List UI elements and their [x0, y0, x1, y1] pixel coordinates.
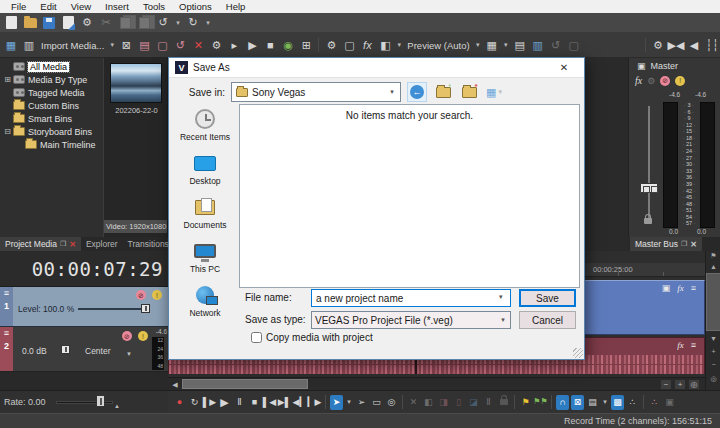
- import-media-button[interactable]: Import Media...: [39, 40, 106, 51]
- menu-options[interactable]: Options: [172, 1, 219, 12]
- zoom-out-time-button[interactable]: −: [660, 379, 672, 390]
- place-recent-items[interactable]: Recent Items: [173, 108, 237, 142]
- undo-button[interactable]: ↺: [155, 15, 171, 31]
- overlays-grid-icon[interactable]: ▦: [484, 37, 500, 53]
- level-slider-handle[interactable]: [141, 304, 150, 313]
- new-project-button[interactable]: [3, 15, 19, 31]
- menu-tools[interactable]: Tools: [136, 1, 172, 12]
- place-desktop[interactable]: Desktop: [173, 152, 237, 186]
- scroll-down-icon[interactable]: ▼: [706, 335, 720, 342]
- ignore-grouping-button[interactable]: ∴: [626, 395, 639, 410]
- no-media-icon[interactable]: ⊠: [118, 37, 134, 53]
- tree-item-all-media[interactable]: All Media: [0, 60, 102, 73]
- record-button[interactable]: ●: [173, 395, 186, 410]
- event-fx-icon[interactable]: fx: [677, 283, 684, 293]
- zoom-tool-button[interactable]: ◎: [688, 379, 700, 390]
- undo-dropdown[interactable]: ▾: [174, 19, 182, 27]
- gain-fader-handle[interactable]: [61, 345, 70, 354]
- track-pan-label[interactable]: Center: [85, 346, 111, 356]
- tab-project-media[interactable]: Project Media ❐ ✕: [0, 237, 81, 251]
- bus-fx-icon[interactable]: fx: [635, 75, 642, 86]
- media-autopreview-icon[interactable]: ◉: [280, 37, 296, 53]
- loop-playback-button[interactable]: ↻: [188, 395, 201, 410]
- close-tab-icon[interactable]: ✕: [69, 240, 76, 249]
- track-gain-label[interactable]: 0.0 dB: [22, 346, 47, 356]
- menu-file[interactable]: File: [4, 1, 33, 12]
- place-documents[interactable]: Documents: [173, 196, 237, 230]
- master-fader-handle[interactable]: [640, 183, 658, 193]
- selection-edit-tool-button[interactable]: ▭: [370, 395, 383, 410]
- video-fx-icon[interactable]: fx: [359, 37, 375, 53]
- level-slider-track[interactable]: [78, 308, 150, 310]
- save-in-combobox[interactable]: Sony Vegas ▾: [231, 82, 401, 102]
- redo-dropdown[interactable]: ▾: [204, 19, 212, 27]
- vertical-scroll-thumb[interactable]: [706, 273, 720, 331]
- preview-quality-dropdown[interactable]: ▾: [474, 41, 482, 49]
- go-to-start-button[interactable]: ▌◀: [263, 395, 276, 410]
- save-as-type-combobox[interactable]: VEGAS Pro Project File (*.veg) ▾: [311, 311, 511, 329]
- bus-settings-icon[interactable]: ⚙: [647, 76, 655, 86]
- view-menu-button[interactable]: ▦ ▾: [485, 82, 505, 102]
- save-in-dropdown-icon[interactable]: ▾: [388, 88, 396, 96]
- play-button[interactable]: ▶: [218, 395, 231, 410]
- menu-edit[interactable]: Edit: [33, 1, 63, 12]
- tree-item-tagged-media[interactable]: Tagged Media: [0, 86, 102, 99]
- pause-button[interactable]: Ⅱ: [233, 395, 246, 410]
- tab-master-bus[interactable]: Master Bus ❐ ✕: [630, 237, 702, 251]
- next-frame-button[interactable]: ▎▶: [308, 395, 321, 410]
- mute-badge-icon[interactable]: ⊘: [136, 290, 146, 300]
- file-list-area[interactable]: No items match your search.: [239, 104, 580, 288]
- solo-badge-icon[interactable]: !: [152, 290, 162, 300]
- show-envelopes-button[interactable]: ⊠: [571, 395, 584, 410]
- bus-mute-icon[interactable]: ⊘: [660, 76, 670, 86]
- lock-envelopes-button[interactable]: ▩: [611, 395, 624, 410]
- save-button-toolbar[interactable]: [41, 15, 57, 31]
- auto-ripple-button[interactable]: ▤: [586, 395, 599, 410]
- current-timecode[interactable]: 00:00:07:29: [32, 258, 163, 280]
- properties-button[interactable]: ⚙: [79, 15, 95, 31]
- horizontal-scroll-thumb[interactable]: [182, 379, 308, 389]
- new-folder-button[interactable]: *: [459, 82, 479, 102]
- horizontal-scrollbar[interactable]: ◀ − + ◎: [168, 377, 705, 390]
- dialog-close-icon[interactable]: ✕: [550, 60, 578, 76]
- tree-item-smart-bins[interactable]: Smart Bins: [0, 112, 102, 125]
- event-menu-icon[interactable]: ≡: [691, 283, 696, 293]
- stop-button[interactable]: ■: [248, 395, 261, 410]
- event-menu-icon[interactable]: ≡: [691, 340, 696, 350]
- close-tab-icon[interactable]: ✕: [690, 240, 697, 249]
- zoom-magnifier-button[interactable]: ◎: [706, 375, 720, 383]
- capture-video-icon[interactable]: ▢: [154, 37, 170, 53]
- file-name-input[interactable]: [311, 289, 511, 307]
- zoom-in-track-button[interactable]: +: [706, 348, 720, 355]
- redo-button[interactable]: ↻: [185, 15, 201, 31]
- remove-media-icon[interactable]: ✕: [190, 37, 206, 53]
- marker-flag-icon[interactable]: ⚑: [706, 252, 720, 260]
- media-play-icon[interactable]: ▶: [244, 37, 260, 53]
- play-from-start-button[interactable]: ▌▶: [203, 395, 216, 410]
- track-menu-icon[interactable]: ≡: [4, 329, 9, 338]
- menu-view[interactable]: View: [64, 1, 98, 12]
- go-to-end-button[interactable]: ▶▌: [278, 395, 291, 410]
- edit-tool-dropdown[interactable]: ▾: [345, 398, 353, 406]
- tree-item-media-by-type[interactable]: ⊞ Media By Type: [0, 73, 102, 86]
- render-as-button[interactable]: [60, 15, 76, 31]
- solo-badge-icon[interactable]: !: [138, 331, 148, 341]
- view-menu-dropdown[interactable]: ▾: [496, 88, 504, 96]
- media-views-icon[interactable]: ⊞: [298, 37, 314, 53]
- envelope-edit-tool-button[interactable]: ➢: [355, 395, 368, 410]
- tab-transitions[interactable]: Transitions: [123, 237, 168, 251]
- save-button[interactable]: Save: [519, 289, 576, 307]
- import-media-icon[interactable]: ▥: [21, 37, 37, 53]
- insert-bus-icon[interactable]: ▶◀: [668, 37, 684, 53]
- tree-item-main-timeline[interactable]: Main Timeline: [0, 138, 102, 151]
- event-crop-icon[interactable]: ▣: [662, 283, 671, 293]
- tree-item-custom-bins[interactable]: Custom Bins: [0, 99, 102, 112]
- mixer-views-icon[interactable]: ┆┆: [704, 37, 720, 53]
- media-clip-thumbnail[interactable]: [110, 63, 162, 103]
- rate-slider-handle[interactable]: [96, 395, 105, 407]
- mute-badge-icon[interactable]: ⊘: [122, 331, 132, 341]
- preview-quality-button[interactable]: Preview (Auto): [405, 40, 471, 51]
- place-this-pc[interactable]: This PC: [173, 240, 237, 274]
- vertical-scrollbar[interactable]: ⚑ ▲ ▼ + − ◎: [705, 251, 720, 390]
- open-button[interactable]: [22, 15, 38, 31]
